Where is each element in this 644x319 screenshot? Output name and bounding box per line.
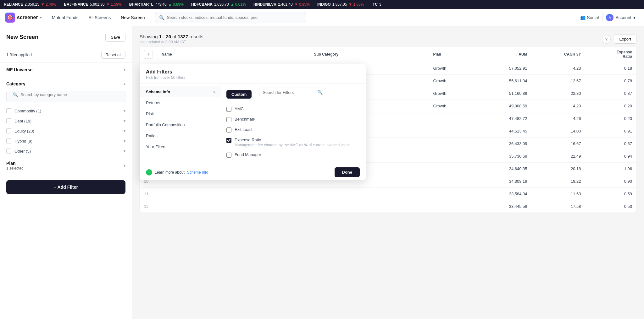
table-row[interactable]: 11. 33,584.04 11.63 0.59 [140,188,636,200]
ticker-price: 773.40 [155,2,167,7]
filter-item-label: Expense Ratio [235,138,350,142]
fund-name [157,188,309,200]
plan-header[interactable]: Plan 1 selected ▾ [0,156,132,175]
mf-universe-header[interactable]: MF Universe ▾ [0,63,132,77]
filter-item-label: AMC [235,106,244,111]
all-screens-nav-btn[interactable]: All Screens [85,13,115,22]
fund-cagr: 17.58 [532,200,586,213]
filter-item-checkbox[interactable] [226,127,231,132]
category-section: Category ▴ 🔍 Commodity (1) ▾ Debt (19) ▾… [0,77,132,156]
filter-item[interactable]: Debt (19) ▾ [0,116,132,126]
overlay-footer: i Learn more about Scheme Info Done [140,164,366,180]
filter-category-item[interactable]: Your Filters [140,141,221,152]
fund-cagr: 16.67 [532,138,586,150]
ticker-bar: RELIANCE 2,359.25 ▼ 2.40%BAJFINANCE 5,90… [0,0,644,9]
filter-check-item[interactable]: AMC [221,104,366,114]
filter-category-item[interactable]: Ratios [140,130,221,141]
social-btn[interactable]: 👥 Social [580,15,599,20]
fund-plan [429,200,475,213]
col-aum[interactable]: ↓ AUM [475,47,531,62]
filter-search-icon: 🔍 [317,90,323,95]
done-button[interactable]: Done [335,167,360,177]
fund-plan: Growth [429,75,475,87]
logo-area[interactable]: 🎯 screener ▾ [5,13,42,23]
save-button[interactable]: Save [105,33,125,42]
category-chevron-icon: ▴ [124,82,125,86]
fund-cagr: 4.26 [532,112,586,125]
filter-item[interactable]: Other (5) ▾ [0,146,132,156]
add-column-button[interactable]: + [144,50,153,59]
overlay-title: Add Filters [146,69,360,75]
filter-category-item[interactable]: Returns [140,97,221,108]
filter-item-checkbox[interactable] [226,153,231,158]
filter-check-item[interactable]: Expense Ratio Management fee charged by … [221,135,366,150]
filter-check-item[interactable]: Benchmark [221,114,366,125]
fund-aum: 47,482.72 [475,112,531,125]
filter-item[interactable]: Equity (23) ▾ [0,126,132,136]
filter-search-bar[interactable]: 🔍 [259,88,326,97]
fund-aum: 44,513.45 [475,125,531,138]
global-search-bar[interactable]: 🔍 [155,12,306,23]
col-name: Name [157,47,309,62]
filter-checkbox[interactable] [6,128,11,133]
category-filter-items: Commodity (1) ▾ Debt (19) ▾ Equity (23) … [0,106,132,156]
filter-item-desc: Management fee charged by the AMC as % o… [235,143,350,147]
fund-name [157,200,309,213]
filter-category-item[interactable]: Scheme Info › [140,86,221,97]
mutual-funds-nav-btn[interactable]: Mutual Funds [48,13,82,22]
nav-right: 👥 Social A Account ▾ [580,12,639,23]
filter-item-checkbox[interactable] [226,117,231,122]
filter-checkbox[interactable] [6,108,11,113]
filter-item-checkbox[interactable] [226,138,231,143]
category-header[interactable]: Category ▴ [0,77,132,91]
scheme-info-link[interactable]: Scheme Info [187,170,208,175]
overlay-left-nav: Scheme Info ›Returns Risk Portfolio Comp… [140,84,221,164]
filter-check-item[interactable]: Fund Manager [221,150,366,160]
ticker-name: BHARTIARTL [129,2,153,7]
fund-plan: Growth [429,87,475,100]
fund-cagr: 22.49 [532,150,586,163]
filter-item[interactable]: Commodity (1) ▾ [0,106,132,116]
filter-search-input[interactable] [263,90,315,95]
reset-all-button[interactable]: Reset all [101,51,125,59]
plan-title: Plan [6,161,24,166]
ticker-item: ITC 3 [372,2,383,7]
filter-category-item[interactable]: Risk [140,108,221,119]
fund-plan [429,150,475,163]
ticker-price: 2,359.25 [25,2,39,7]
new-screen-nav-btn[interactable]: New Screen [117,13,148,22]
fund-expense: 0.87 [585,87,636,100]
global-search-input[interactable] [167,15,302,20]
category-search-input[interactable] [20,92,119,97]
custom-tab-button[interactable]: Custom [226,90,252,99]
col-expense-ratio: ExpenseRatio [585,47,636,62]
ticker-change: ▼ 0.95% [294,2,310,7]
filter-checkbox[interactable] [6,138,11,143]
fund-cagr: 12.67 [532,75,586,87]
row-num: 11. [140,188,157,200]
ticker-item: BHARTIARTL 773.40 ▲ 0.89% [129,2,184,7]
col-plan: Plan [429,47,475,62]
table-row[interactable]: 12. 33,445.58 17.58 0.53 [140,200,636,213]
filter-category-item[interactable]: Portfolio Composition [140,119,221,130]
account-btn[interactable]: A Account ▾ [602,12,639,23]
fund-aum: 35,730.69 [475,150,531,163]
filter-item[interactable]: Hybrid (8) ▾ [0,136,132,146]
export-button[interactable]: Export [614,35,636,44]
ticker-price: 5,901.30 [90,2,105,7]
add-filter-button[interactable]: + Add Filter [6,180,125,194]
filter-item-checkbox[interactable] [226,107,231,112]
filter-check-item[interactable]: Exit Load [221,125,366,135]
fund-expense: 0.67 [585,138,636,150]
ticker-name: ITC [372,2,378,7]
category-title: Category [6,81,25,86]
fund-cagr: 14.00 [532,125,586,138]
filter-checkbox[interactable] [6,149,11,154]
help-button[interactable]: ? [602,35,611,44]
plan-chevron-icon: ▾ [124,164,125,168]
filter-checkbox[interactable] [6,118,11,123]
category-search-bar[interactable]: 🔍 [6,91,125,102]
fund-cagr: 22.30 [532,87,586,100]
fund-aum: 34,309.19 [475,175,531,188]
filter-label: Equity (23) [14,129,34,133]
